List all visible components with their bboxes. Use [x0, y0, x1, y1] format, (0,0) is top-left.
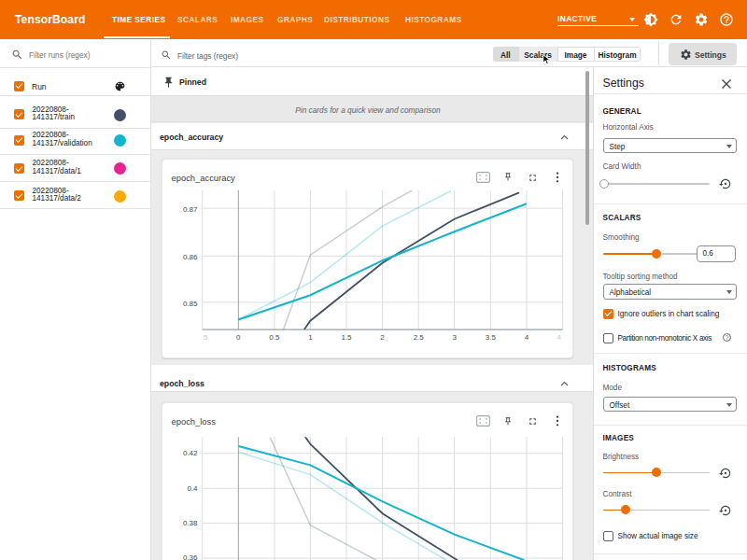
- svg-text:1: 1: [308, 333, 313, 342]
- svg-text:4: 4: [557, 333, 562, 342]
- svg-text:4: 4: [525, 333, 529, 342]
- svg-text:5: 5: [204, 333, 208, 342]
- svg-text:2: 2: [380, 333, 385, 342]
- svg-text:3.5: 3.5: [486, 333, 497, 342]
- svg-text:0.42: 0.42: [183, 449, 198, 457]
- svg-text:0.85: 0.85: [183, 300, 198, 308]
- svg-text:0.36: 0.36: [183, 553, 198, 560]
- svg-text:1.5: 1.5: [341, 333, 352, 342]
- svg-text:2.5: 2.5: [414, 333, 425, 342]
- svg-text:0.4: 0.4: [187, 483, 198, 492]
- svg-text:0: 0: [236, 333, 241, 342]
- svg-text:3: 3: [452, 333, 457, 342]
- svg-text:0.38: 0.38: [183, 519, 198, 527]
- svg-text:0.5: 0.5: [269, 333, 280, 342]
- svg-text:0.87: 0.87: [183, 205, 198, 214]
- svg-text:0.86: 0.86: [183, 253, 198, 261]
